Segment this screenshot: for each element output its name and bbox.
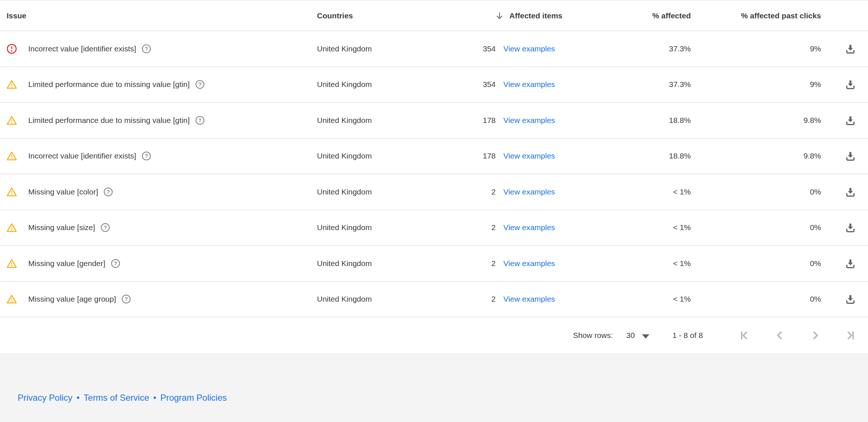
terms-of-service-link[interactable]: Terms of Service <box>84 393 149 403</box>
download-button[interactable] <box>843 113 858 128</box>
download-button[interactable] <box>843 41 858 56</box>
column-header-pct-affected: % affected <box>617 11 691 20</box>
issue-label: Missing value [age group] <box>28 295 116 303</box>
countries-cell: United Kingdom <box>317 223 372 232</box>
download-button[interactable] <box>843 77 858 92</box>
view-examples-link[interactable]: View examples <box>503 223 555 232</box>
first-page-button[interactable] <box>737 328 752 343</box>
countries-cell: United Kingdom <box>317 80 372 89</box>
pagination-bar: Show rows: 30 1 - 8 of 8 <box>0 317 868 353</box>
column-header-issue: Issue <box>7 11 26 20</box>
view-examples-link[interactable]: View examples <box>503 188 555 196</box>
column-header-pct-affected-past-clicks: % affected past clicks <box>718 11 821 20</box>
pct-past-clicks-value: 0% <box>729 223 821 232</box>
issue-cell: Incorrect value [identifier exists] ? <box>28 44 152 54</box>
pct-affected-value: < 1% <box>599 295 691 303</box>
pct-past-clicks-value: 9% <box>729 44 821 53</box>
svg-text:?: ? <box>114 261 117 266</box>
issue-label: Missing value [color] <box>28 188 98 196</box>
table-row: Missing value [gender] ? United Kingdom … <box>0 246 868 282</box>
footer: Privacy Policy • Terms of Service • Prog… <box>0 353 868 422</box>
footer-separator: • <box>153 393 156 403</box>
last-page-icon <box>843 329 857 342</box>
show-rows-value[interactable]: 30 <box>626 331 635 340</box>
view-examples-link[interactable]: View examples <box>503 295 555 303</box>
help-icon[interactable]: ? <box>103 187 113 197</box>
help-icon[interactable]: ? <box>100 222 110 233</box>
affected-items-count: 2 <box>404 223 496 232</box>
issue-cell: Missing value [age group] ? <box>28 294 131 304</box>
severity-cell <box>6 150 18 162</box>
affected-items-count: 354 <box>404 44 496 53</box>
issue-label: Limited performance due to missing value… <box>28 80 190 89</box>
show-rows-label: Show rows: <box>573 331 613 340</box>
warning-icon <box>6 186 17 197</box>
warning-icon <box>6 258 17 269</box>
pagination-range-label: 1 - 8 of 8 <box>672 331 703 340</box>
issue-label: Incorrect value [identifier exists] <box>28 152 136 160</box>
view-examples-link[interactable]: View examples <box>503 152 555 160</box>
footer-links: Privacy Policy • Terms of Service • Prog… <box>18 393 227 403</box>
help-icon[interactable]: ? <box>195 79 205 90</box>
chevron-right-icon <box>809 329 822 342</box>
help-icon[interactable]: ? <box>110 258 121 269</box>
table-row: Incorrect value [identifier exists] ? Un… <box>0 31 868 67</box>
download-button[interactable] <box>843 256 858 271</box>
view-examples-link[interactable]: View examples <box>503 44 555 53</box>
column-header-affected-items[interactable]: Affected items <box>440 11 562 21</box>
table-body: Incorrect value [identifier exists] ? Un… <box>0 31 868 317</box>
pct-affected-value: < 1% <box>599 223 691 232</box>
download-button[interactable] <box>843 185 858 199</box>
issue-cell: Incorrect value [identifier exists] ? <box>28 151 152 161</box>
download-icon <box>844 43 857 55</box>
pct-past-clicks-value: 9.8% <box>729 116 821 125</box>
issue-cell: Limited performance due to missing value… <box>28 79 205 90</box>
download-button[interactable] <box>843 292 858 306</box>
error-icon <box>6 43 17 54</box>
pct-affected-value: 37.3% <box>599 44 691 53</box>
next-page-button[interactable] <box>808 328 823 343</box>
table-row: Missing value [size] ? United Kingdom 2 … <box>0 210 868 246</box>
warning-icon <box>6 294 17 305</box>
download-button[interactable] <box>843 220 858 235</box>
table-row: Incorrect value [identifier exists] ? Un… <box>0 139 868 175</box>
column-header-affected-items-label: Affected items <box>509 11 562 20</box>
help-icon[interactable]: ? <box>195 115 205 125</box>
table-row: Limited performance due to missing value… <box>0 103 868 139</box>
severity-cell <box>6 43 18 55</box>
svg-text:?: ? <box>145 46 148 52</box>
warning-icon <box>6 150 17 161</box>
warning-icon <box>6 79 17 90</box>
affected-items-count: 354 <box>404 80 496 89</box>
download-icon <box>844 114 857 127</box>
table-header: Issue Countries Affected items % affecte… <box>0 0 868 31</box>
svg-text:?: ? <box>107 189 110 195</box>
pct-affected-value: 37.3% <box>599 80 691 89</box>
help-icon[interactable]: ? <box>121 294 131 304</box>
svg-text:?: ? <box>145 153 148 159</box>
severity-cell <box>6 222 18 233</box>
previous-page-button[interactable] <box>773 328 787 343</box>
pct-affected-value: 18.8% <box>599 116 691 125</box>
pct-affected-value: 18.8% <box>599 152 691 160</box>
warning-icon <box>6 115 17 126</box>
svg-text:?: ? <box>198 81 202 87</box>
show-rows-dropdown-caret-icon[interactable] <box>642 334 649 339</box>
view-examples-link[interactable]: View examples <box>503 116 555 125</box>
help-icon[interactable]: ? <box>141 44 152 54</box>
table-row: Missing value [age group] ? United Kingd… <box>0 282 868 318</box>
download-icon <box>844 293 857 305</box>
last-page-button[interactable] <box>843 328 857 343</box>
affected-items-count: 2 <box>404 259 496 268</box>
download-icon <box>844 150 857 162</box>
countries-cell: United Kingdom <box>317 295 372 303</box>
privacy-policy-link[interactable]: Privacy Policy <box>18 393 72 403</box>
download-button[interactable] <box>843 149 858 163</box>
view-examples-link[interactable]: View examples <box>503 80 555 89</box>
help-icon[interactable]: ? <box>141 151 152 161</box>
severity-cell <box>6 186 18 198</box>
program-policies-link[interactable]: Program Policies <box>160 393 227 403</box>
download-icon <box>844 257 857 270</box>
issue-cell: Missing value [gender] ? <box>28 258 121 269</box>
view-examples-link[interactable]: View examples <box>503 259 555 268</box>
